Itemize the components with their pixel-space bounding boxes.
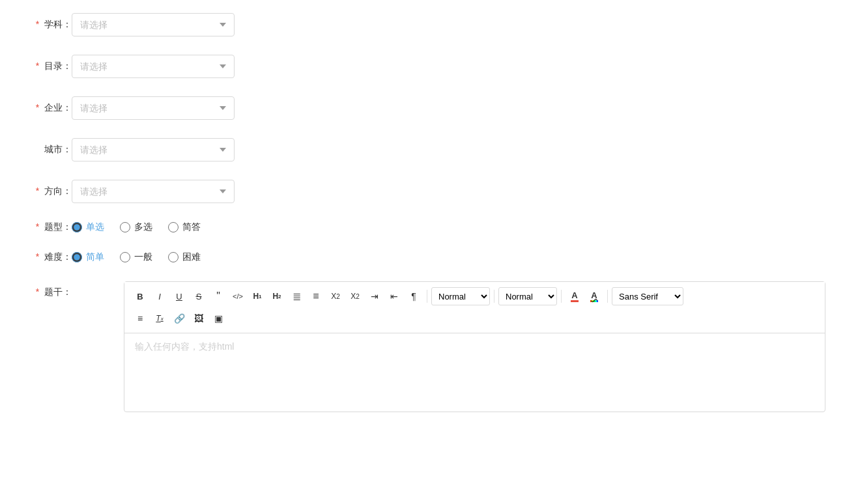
catalog-row: * 目录： 请选择: [20, 55, 825, 78]
radio-short-input[interactable]: [168, 222, 179, 232]
font-bg-button[interactable]: A: [585, 287, 603, 305]
align-left-button[interactable]: ≡: [131, 309, 149, 328]
stem-required: *: [36, 287, 39, 297]
stem-label: * 题干：: [20, 281, 72, 298]
toolbar-row-2: ≡ Tx 🔗 🖼 ▣: [131, 309, 818, 328]
difficulty-label: * 难度：: [20, 251, 72, 263]
question-type-group: 单选 多选 简答: [72, 221, 201, 233]
size-select[interactable]: Normal Small Large Huge: [498, 287, 557, 305]
italic-button[interactable]: I: [150, 287, 169, 305]
toolbar-divider-2: [494, 290, 494, 303]
radio-short-answer[interactable]: 简答: [168, 221, 201, 233]
stem-row: * 题干： B I U S " </> H1 H2 ≣ ≡ X2 X2 ⇥ ⇤ …: [20, 281, 825, 412]
radio-easy-label: 简单: [86, 251, 104, 263]
toolbar-divider-4: [607, 290, 608, 303]
radio-medium-label: 一般: [134, 251, 152, 263]
radio-single-input[interactable]: [72, 222, 82, 232]
difficulty-group: 简单 一般 困难: [72, 251, 201, 263]
company-label: * 企业：: [20, 102, 72, 114]
catalog-label: * 目录：: [20, 61, 72, 72]
quote-button[interactable]: ": [209, 287, 227, 305]
radio-multiple-label: 多选: [134, 221, 152, 233]
subject-select[interactable]: 请选择: [72, 13, 235, 36]
company-select[interactable]: 请选择: [72, 96, 235, 120]
radio-hard-input[interactable]: [168, 252, 179, 262]
rich-text-editor: B I U S " </> H1 H2 ≣ ≡ X2 X2 ⇥ ⇤ ¶ Norm…: [124, 281, 825, 412]
code-button[interactable]: </>: [229, 287, 247, 305]
radio-hard[interactable]: 困难: [168, 251, 201, 263]
subject-label: * 学科：: [20, 19, 72, 31]
font-select[interactable]: Sans Serif Serif Monospace: [612, 287, 683, 305]
company-row: * 企业： 请选择: [20, 96, 825, 120]
radio-multiple[interactable]: 多选: [120, 221, 152, 233]
superscript-button[interactable]: X2: [346, 287, 364, 305]
subscript-button[interactable]: X2: [326, 287, 345, 305]
editor-placeholder: 输入任何内容，支持html: [135, 341, 234, 352]
direction-required: *: [36, 186, 39, 196]
catalog-select[interactable]: 请选择: [72, 55, 235, 78]
image-button[interactable]: 🖼: [190, 309, 208, 328]
ordered-list-button[interactable]: ≣: [287, 287, 306, 305]
diff-required: *: [36, 251, 39, 262]
toolbar-divider-1: [427, 290, 427, 303]
radio-single[interactable]: 单选: [72, 221, 104, 233]
radio-medium[interactable]: 一般: [120, 251, 152, 263]
city-label: * 城市：: [20, 144, 72, 156]
subject-required: *: [36, 19, 39, 29]
radio-medium-input[interactable]: [120, 252, 130, 262]
indent-right-button[interactable]: ⇥: [365, 287, 384, 305]
difficulty-row: * 难度： 简单 一般 困难: [20, 251, 825, 263]
video-button[interactable]: ▣: [209, 309, 227, 328]
subject-row: * 学科： 请选择: [20, 13, 825, 36]
paragraph-button[interactable]: ¶: [405, 287, 423, 305]
h2-button[interactable]: H2: [268, 287, 286, 305]
strikethrough-button[interactable]: S: [190, 287, 208, 305]
question-type-label: * 题型：: [20, 221, 72, 233]
company-required: *: [36, 102, 39, 113]
h1-button[interactable]: H1: [248, 287, 266, 305]
toolbar-row-1: B I U S " </> H1 H2 ≣ ≡ X2 X2 ⇥ ⇤ ¶ Norm…: [131, 287, 818, 305]
radio-easy-input[interactable]: [72, 252, 82, 262]
link-button[interactable]: 🔗: [170, 309, 188, 328]
catalog-required: *: [36, 61, 39, 71]
radio-easy[interactable]: 简单: [72, 251, 104, 263]
format-select[interactable]: Normal Heading 1 Heading 2 Heading 3: [431, 287, 490, 305]
clear-format-button[interactable]: Tx: [150, 309, 169, 328]
font-color-button[interactable]: A: [566, 287, 584, 305]
city-select[interactable]: 请选择: [72, 138, 235, 161]
editor-toolbar: B I U S " </> H1 H2 ≣ ≡ X2 X2 ⇥ ⇤ ¶ Norm…: [124, 282, 825, 333]
unordered-list-button[interactable]: ≡: [307, 287, 325, 305]
radio-hard-label: 困难: [182, 251, 201, 263]
indent-left-button[interactable]: ⇤: [385, 287, 403, 305]
qtype-required: *: [36, 221, 39, 232]
radio-multiple-input[interactable]: [120, 222, 130, 232]
radio-short-label: 简答: [182, 221, 201, 233]
radio-single-label: 单选: [86, 221, 104, 233]
direction-row: * 方向： 请选择: [20, 180, 825, 203]
question-type-row: * 题型： 单选 多选 简答: [20, 221, 825, 233]
bold-button[interactable]: B: [131, 287, 149, 305]
editor-content-area[interactable]: 输入任何内容，支持html: [124, 333, 825, 412]
city-row: * 城市： 请选择: [20, 138, 825, 161]
toolbar-divider-3: [561, 290, 562, 303]
direction-select[interactable]: 请选择: [72, 180, 235, 203]
direction-label: * 方向：: [20, 186, 72, 197]
underline-button[interactable]: U: [170, 287, 188, 305]
